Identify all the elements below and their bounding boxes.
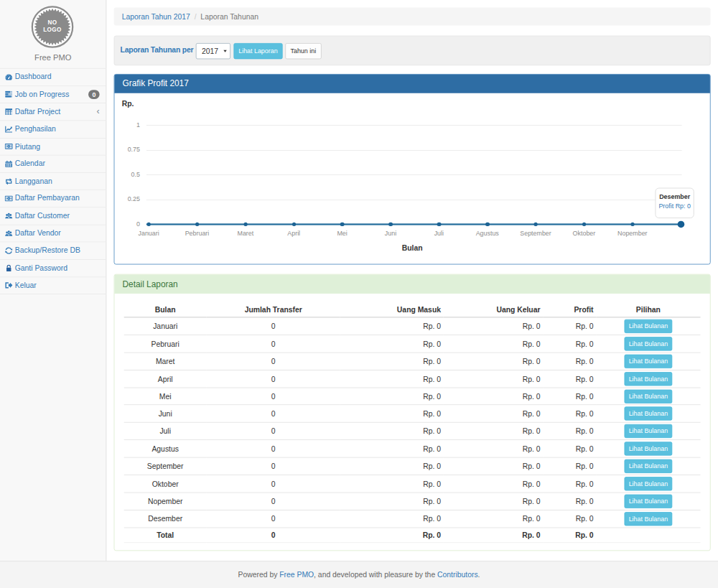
svg-text:LOGO: LOGO	[43, 27, 62, 33]
svg-text:NO: NO	[47, 19, 57, 26]
